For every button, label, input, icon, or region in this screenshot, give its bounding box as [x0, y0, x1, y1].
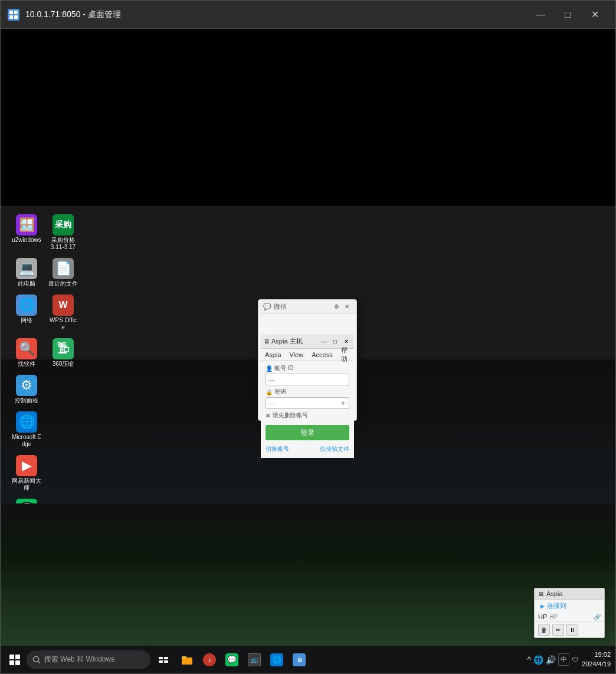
popup-delete-btn[interactable]: 🗑 [538, 624, 550, 636]
aspia-title-icon: 🖥 [264, 338, 270, 345]
svg-rect-15 [182, 656, 186, 659]
edge-taskbar-icon: 🌐 [270, 653, 283, 666]
tray-network[interactable]: 🌐 [533, 655, 543, 665]
switch-account-link[interactable]: 切换账号 [266, 445, 289, 453]
taskbar-app-wechat[interactable]: 💬 [221, 649, 243, 670]
desktop-icon-tuijian[interactable]: ▶ 网易新闻大师 [9, 453, 44, 494]
tuijian-label: 网易新闻大师 [12, 477, 41, 492]
desktop-icon-this-pc[interactable]: 💻 此电脑 [9, 256, 44, 290]
app-icon [8, 9, 19, 21]
lock-icon: 🔒 [266, 389, 273, 395]
desktop-icon-find-soft[interactable]: 🔍 找软件 [9, 336, 44, 370]
desktop-mgr-icon: 🖥 [293, 653, 306, 666]
login-button[interactable]: 登录 [266, 425, 349, 440]
svg-rect-3 [14, 15, 18, 19]
account-id-label: 账号 ID [274, 364, 294, 372]
tray-antivirus[interactable]: 🛡 [572, 656, 578, 663]
clock-date: 2024/4/19 [582, 660, 611, 669]
start-button[interactable] [5, 650, 24, 669]
wuji-icon: 采购 [53, 214, 74, 235]
task-view-icon [158, 655, 169, 665]
account-id-value: — [268, 376, 275, 383]
minimize-button[interactable]: — [527, 5, 554, 24]
explorer-icon [181, 655, 193, 665]
wechat-settings-btn[interactable]: ⚙ [332, 303, 341, 311]
svg-rect-0 [9, 11, 13, 14]
window-controls: — □ ✕ [527, 5, 608, 24]
network-icon: 🌐 [16, 295, 37, 316]
desktop-icons-container: 🪟 u2windows 采购 采购价格 3.11-3.17 💻 此电脑 📄 最近… [9, 212, 80, 531]
icon-row-2: 🌐 网络 W WPS Office [9, 292, 80, 333]
remember-icon: ✖ [266, 413, 270, 419]
aspia-bottom-links: 切换账号 仅传输文件 [266, 445, 349, 453]
file-only-link[interactable]: 仅传输文件 [320, 445, 349, 453]
password-value: — [268, 400, 275, 407]
aspia-popup-actions: 🗑 ✏ ⏸ [535, 621, 604, 637]
svg-point-8 [34, 656, 39, 662]
password-label-row: 🔒 密码 [266, 388, 349, 396]
aspia-menu-aspia[interactable]: Aspia [263, 350, 284, 359]
desktop-icon-edge[interactable]: 🌐 Microsoft Edge [9, 409, 44, 450]
taskbar-app-desktop-mgr[interactable]: 🖥 [289, 649, 310, 670]
input-method-indicator[interactable]: 中 [558, 653, 569, 666]
360-icon: 🗜 [53, 338, 74, 359]
tray-sound[interactable]: 🔊 [546, 655, 556, 665]
wps-icon: W [53, 295, 74, 316]
wechat-titlebar: 💬 微信 ⚙ ✕ [258, 300, 356, 314]
aspia-connect-item[interactable]: ▶ 连接到 [535, 600, 604, 612]
taskbar-app-edge-bar[interactable]: 🌐 [266, 649, 287, 670]
this-pc-icon: 💻 [16, 258, 37, 279]
svg-rect-11 [164, 657, 168, 659]
desktop-nature-bg [1, 503, 615, 645]
wechat-outer-dialog[interactable]: 💬 微信 ⚙ ✕ 🖥 Aspia 主机 — □ ✕ [258, 299, 357, 421]
popup-pause-btn[interactable]: ⏸ [566, 624, 578, 636]
aspia-menu-view[interactable]: View [287, 350, 306, 359]
desktop-icon-u2windows[interactable]: 🪟 u2windows [9, 212, 44, 253]
aspia-menu-help[interactable]: 帮助 [339, 345, 352, 365]
desktop-icon-wps[interactable]: W WPS Office [46, 292, 80, 333]
maximize-button[interactable]: □ [554, 5, 581, 24]
edge-icon: 🌐 [16, 411, 37, 433]
password-field: 🔒 密码 — 👁 [266, 388, 349, 409]
icon-row-1: 💻 此电脑 📄 最近的文件 [9, 256, 80, 290]
taskbar-search[interactable]: 搜索 Web 和 Windows [27, 650, 150, 669]
ip-action-icon[interactable]: 🔗 [594, 614, 601, 620]
remember-row: ✖ 请先删除账号 [266, 411, 349, 420]
aspia-popup-title: Aspia [546, 590, 563, 597]
account-id-label-row: 👤 账号 ID [266, 364, 349, 372]
aspia-popup: 🖥 Aspia ▶ 连接到 HP HP 🔗 🗑 ✏ ⏸ [534, 588, 605, 638]
taskbar-clock[interactable]: 19:02 2024/4/19 [582, 650, 611, 669]
edge-label: Microsoft Edge [12, 434, 41, 448]
svg-rect-1 [14, 11, 18, 14]
recent-label: 最近的文件 [48, 280, 78, 287]
taskbar-app-tv[interactable]: 📺 [244, 649, 265, 670]
tray-arrow[interactable]: ^ [527, 655, 531, 665]
aspia-popup-icon: 🖥 [538, 591, 544, 597]
taskbar-task-view[interactable] [153, 649, 174, 670]
desktop-icon-wuji[interactable]: 采购 采购价格 3.11-3.17 [46, 212, 80, 253]
account-id-field: 👤 账号 ID — [266, 364, 349, 385]
taskbar-app-music[interactable]: ♪ [199, 649, 220, 670]
tv-icon: 📺 [248, 653, 261, 666]
this-pc-label: 此电脑 [18, 280, 35, 287]
account-icon: 👤 [266, 365, 273, 372]
wechat-close-btn[interactable]: ✕ [342, 303, 352, 311]
desktop-icon-network[interactable]: 🌐 网络 [9, 292, 44, 333]
desktop-icon-recent[interactable]: 📄 最近的文件 [46, 256, 80, 290]
windows-logo-icon [9, 654, 21, 666]
password-toggle-icon[interactable]: 👁 [340, 400, 346, 407]
aspia-popup-header: 🖥 Aspia [535, 588, 604, 600]
desktop-icon-control[interactable]: ⚙ 控制面板 [9, 372, 44, 407]
popup-edit-btn[interactable]: ✏ [552, 624, 564, 636]
taskbar-app-explorer[interactable] [176, 649, 198, 670]
close-button[interactable]: ✕ [581, 5, 608, 24]
account-id-input-display: — [266, 374, 349, 385]
aspia-minimize-btn[interactable]: — [319, 338, 329, 346]
desktop-icon-360[interactable]: 🗜 360压缩 [46, 336, 80, 370]
desktop-top [1, 29, 615, 206]
u2windows-label: u2windows [12, 237, 41, 244]
aspia-menu-access[interactable]: Access [309, 350, 335, 359]
icon-row-3: 🔍 找软件 🗜 360压缩 [9, 336, 80, 370]
aspia-menubar: Aspia View Access 帮助 [261, 349, 354, 361]
outer-titlebar: 10.0.1.71:8050 - 桌面管理 — □ ✕ [1, 1, 615, 29]
